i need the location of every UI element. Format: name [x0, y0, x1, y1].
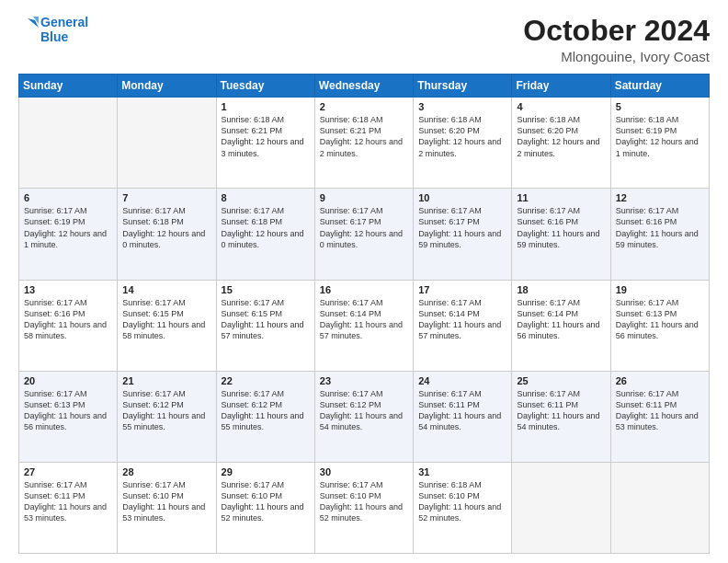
day-cell: 18Sunrise: 6:17 AM Sunset: 6:14 PM Dayli…	[512, 280, 610, 371]
day-cell: 12Sunrise: 6:17 AM Sunset: 6:16 PM Dayli…	[610, 189, 709, 280]
day-number: 16	[320, 284, 408, 295]
day-cell: 7Sunrise: 6:17 AM Sunset: 6:18 PM Daylig…	[118, 189, 216, 280]
day-number: 11	[517, 192, 605, 203]
day-number: 19	[616, 284, 704, 295]
day-cell: 4Sunrise: 6:18 AM Sunset: 6:20 PM Daylig…	[512, 98, 610, 189]
header-monday: Monday	[118, 75, 216, 98]
day-info: Sunrise: 6:17 AM Sunset: 6:12 PM Dayligh…	[320, 388, 408, 433]
day-info: Sunrise: 6:17 AM Sunset: 6:11 PM Dayligh…	[24, 479, 112, 524]
logo-line2: Blue	[40, 29, 88, 44]
day-cell	[118, 98, 216, 189]
day-info: Sunrise: 6:18 AM Sunset: 6:21 PM Dayligh…	[320, 114, 408, 159]
day-info: Sunrise: 6:17 AM Sunset: 6:14 PM Dayligh…	[320, 297, 408, 342]
logo: General Blue	[18, 15, 88, 44]
day-cell	[19, 98, 118, 189]
day-info: Sunrise: 6:17 AM Sunset: 6:16 PM Dayligh…	[517, 205, 605, 250]
day-number: 8	[222, 192, 310, 203]
header: General Blue October 2024 Mlongouine, Iv…	[18, 15, 710, 64]
day-cell: 29Sunrise: 6:17 AM Sunset: 6:10 PM Dayli…	[216, 462, 314, 553]
day-number: 22	[222, 375, 310, 386]
day-number: 24	[418, 375, 506, 386]
day-cell: 23Sunrise: 6:17 AM Sunset: 6:12 PM Dayli…	[314, 371, 413, 462]
day-cell: 20Sunrise: 6:17 AM Sunset: 6:13 PM Dayli…	[19, 371, 118, 462]
day-number: 2	[320, 101, 408, 112]
day-number: 28	[122, 466, 210, 477]
day-cell: 10Sunrise: 6:17 AM Sunset: 6:17 PM Dayli…	[414, 189, 512, 280]
week-row-5: 27Sunrise: 6:17 AM Sunset: 6:11 PM Dayli…	[19, 462, 710, 553]
day-number: 20	[24, 375, 112, 386]
day-cell: 14Sunrise: 6:17 AM Sunset: 6:15 PM Dayli…	[118, 280, 216, 371]
day-info: Sunrise: 6:17 AM Sunset: 6:19 PM Dayligh…	[24, 205, 112, 250]
day-cell: 16Sunrise: 6:17 AM Sunset: 6:14 PM Dayli…	[314, 280, 413, 371]
day-info: Sunrise: 6:17 AM Sunset: 6:13 PM Dayligh…	[24, 388, 112, 433]
day-info: Sunrise: 6:17 AM Sunset: 6:18 PM Dayligh…	[222, 205, 310, 250]
day-info: Sunrise: 6:18 AM Sunset: 6:21 PM Dayligh…	[222, 114, 310, 159]
day-cell: 22Sunrise: 6:17 AM Sunset: 6:12 PM Dayli…	[216, 371, 314, 462]
week-row-3: 13Sunrise: 6:17 AM Sunset: 6:16 PM Dayli…	[19, 280, 710, 371]
day-cell: 8Sunrise: 6:17 AM Sunset: 6:18 PM Daylig…	[216, 189, 314, 280]
day-cell: 17Sunrise: 6:17 AM Sunset: 6:14 PM Dayli…	[414, 280, 512, 371]
day-number: 9	[320, 192, 408, 203]
day-number: 30	[320, 466, 408, 477]
day-info: Sunrise: 6:17 AM Sunset: 6:11 PM Dayligh…	[616, 388, 704, 433]
day-info: Sunrise: 6:17 AM Sunset: 6:16 PM Dayligh…	[616, 205, 704, 250]
day-info: Sunrise: 6:18 AM Sunset: 6:10 PM Dayligh…	[418, 479, 506, 524]
day-number: 6	[24, 192, 112, 203]
day-info: Sunrise: 6:18 AM Sunset: 6:20 PM Dayligh…	[418, 114, 506, 159]
day-cell: 9Sunrise: 6:17 AM Sunset: 6:17 PM Daylig…	[314, 189, 413, 280]
header-saturday: Saturday	[610, 75, 709, 98]
day-number: 31	[418, 466, 506, 477]
calendar-table: SundayMondayTuesdayWednesdayThursdayFrid…	[18, 74, 710, 554]
day-info: Sunrise: 6:18 AM Sunset: 6:19 PM Dayligh…	[616, 114, 704, 159]
day-number: 17	[418, 284, 506, 295]
day-number: 4	[517, 101, 605, 112]
week-row-1: 1Sunrise: 6:18 AM Sunset: 6:21 PM Daylig…	[19, 98, 710, 189]
day-info: Sunrise: 6:17 AM Sunset: 6:12 PM Dayligh…	[122, 388, 210, 433]
week-row-4: 20Sunrise: 6:17 AM Sunset: 6:13 PM Dayli…	[19, 371, 710, 462]
day-number: 29	[222, 466, 310, 477]
header-sunday: Sunday	[19, 75, 118, 98]
day-number: 23	[320, 375, 408, 386]
day-number: 21	[122, 375, 210, 386]
header-friday: Friday	[512, 75, 610, 98]
day-info: Sunrise: 6:17 AM Sunset: 6:15 PM Dayligh…	[222, 297, 310, 342]
day-number: 1	[222, 101, 310, 112]
day-cell: 31Sunrise: 6:18 AM Sunset: 6:10 PM Dayli…	[414, 462, 512, 553]
day-info: Sunrise: 6:17 AM Sunset: 6:12 PM Dayligh…	[222, 388, 310, 433]
day-info: Sunrise: 6:17 AM Sunset: 6:10 PM Dayligh…	[320, 479, 408, 524]
day-number: 15	[222, 284, 310, 295]
day-cell: 27Sunrise: 6:17 AM Sunset: 6:11 PM Dayli…	[19, 462, 118, 553]
day-info: Sunrise: 6:17 AM Sunset: 6:13 PM Dayligh…	[616, 297, 704, 342]
week-row-2: 6Sunrise: 6:17 AM Sunset: 6:19 PM Daylig…	[19, 189, 710, 280]
page-title: October 2024	[523, 15, 710, 47]
calendar-header-row: SundayMondayTuesdayWednesdayThursdayFrid…	[19, 75, 710, 98]
day-info: Sunrise: 6:17 AM Sunset: 6:10 PM Dayligh…	[122, 479, 210, 524]
day-info: Sunrise: 6:17 AM Sunset: 6:14 PM Dayligh…	[517, 297, 605, 342]
page-subtitle: Mlongouine, Ivory Coast	[523, 49, 710, 64]
day-number: 25	[517, 375, 605, 386]
day-number: 3	[418, 101, 506, 112]
day-cell: 1Sunrise: 6:18 AM Sunset: 6:21 PM Daylig…	[216, 98, 314, 189]
day-cell: 21Sunrise: 6:17 AM Sunset: 6:12 PM Dayli…	[118, 371, 216, 462]
logo-bird-icon	[18, 15, 39, 44]
day-info: Sunrise: 6:17 AM Sunset: 6:17 PM Dayligh…	[320, 205, 408, 250]
day-cell: 24Sunrise: 6:17 AM Sunset: 6:11 PM Dayli…	[414, 371, 512, 462]
logo-line1: General	[40, 15, 88, 29]
day-number: 5	[616, 101, 704, 112]
day-cell: 3Sunrise: 6:18 AM Sunset: 6:20 PM Daylig…	[414, 98, 512, 189]
day-info: Sunrise: 6:17 AM Sunset: 6:15 PM Dayligh…	[122, 297, 210, 342]
day-cell	[512, 462, 610, 553]
day-cell: 26Sunrise: 6:17 AM Sunset: 6:11 PM Dayli…	[610, 371, 709, 462]
day-cell	[610, 462, 709, 553]
day-info: Sunrise: 6:17 AM Sunset: 6:18 PM Dayligh…	[122, 205, 210, 250]
day-info: Sunrise: 6:17 AM Sunset: 6:11 PM Dayligh…	[418, 388, 506, 433]
day-number: 10	[418, 192, 506, 203]
day-info: Sunrise: 6:17 AM Sunset: 6:17 PM Dayligh…	[418, 205, 506, 250]
day-cell: 28Sunrise: 6:17 AM Sunset: 6:10 PM Dayli…	[118, 462, 216, 553]
title-block: October 2024 Mlongouine, Ivory Coast	[523, 15, 710, 64]
day-cell: 19Sunrise: 6:17 AM Sunset: 6:13 PM Dayli…	[610, 280, 709, 371]
day-number: 18	[517, 284, 605, 295]
day-number: 7	[122, 192, 210, 203]
day-number: 14	[122, 284, 210, 295]
header-wednesday: Wednesday	[314, 75, 413, 98]
